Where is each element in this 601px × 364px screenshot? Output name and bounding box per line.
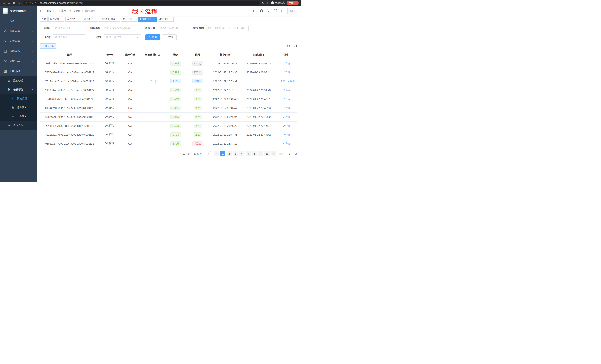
row-submit-time: 2022-01-23 00:06:17: [208, 59, 242, 68]
detail-link[interactable]: 详情: [283, 71, 290, 74]
tab-user-group[interactable]: 用户分组×: [121, 17, 137, 21]
close-icon[interactable]: ×: [77, 18, 80, 20]
close-icon[interactable]: ×: [116, 18, 119, 20]
prev-page-button[interactable]: ‹: [214, 151, 219, 156]
chevron-down-icon: [31, 50, 34, 52]
search-icon[interactable]: [253, 9, 256, 13]
tab-my-process[interactable]: 我的流程×: [138, 17, 157, 21]
sidebar-item-leave-query[interactable]: ♟请假查询: [0, 121, 37, 130]
forward-icon[interactable]: →: [7, 1, 11, 5]
start-date[interactable]: 开始日期: [212, 27, 228, 30]
breadcrumb-workflow[interactable]: 工作流程: [56, 9, 69, 13]
status-tag: 已完成: [170, 70, 181, 75]
browser-home-icon[interactable]: ⌂: [16, 1, 21, 5]
page-button-11[interactable]: 11: [264, 151, 270, 156]
fullscreen-icon[interactable]: [274, 9, 277, 13]
status-select[interactable]: 请选择状态: [53, 34, 85, 40]
page-button-6[interactable]: 6: [252, 151, 257, 156]
sidebar-item-todo-task[interactable]: ◉待办任务: [0, 103, 37, 112]
detail-link[interactable]: 详情: [283, 124, 290, 127]
row-id: 7317cec6-7b9b-11ec-b5b7-acde48001122: [40, 77, 99, 86]
breadcrumb-home[interactable]: 首页: [46, 9, 54, 13]
next-page-button[interactable]: ›: [271, 151, 276, 156]
sidebar-item-workflow[interactable]: ▦工作流程: [0, 66, 37, 76]
goto-page-input[interactable]: [285, 151, 293, 156]
page-button-3[interactable]: 3: [233, 151, 238, 156]
sidebar-item-task-mgmt[interactable]: ⚑任务管理: [0, 85, 37, 94]
row-submit-time: 2022-01-22 23:43:16: [208, 139, 242, 148]
page-button-1[interactable]: 1: [220, 151, 225, 156]
tab-process-form[interactable]: 流程表单×: [82, 17, 98, 21]
row-submit-time: 2022-01-22 23:51:15: [208, 86, 242, 95]
reload-icon[interactable]: ↻: [11, 1, 16, 5]
page-size-select[interactable]: 10条/页: [192, 151, 211, 156]
tab-process-model[interactable]: 流程模型×: [65, 17, 81, 21]
security-label[interactable]: 不安全: [29, 1, 36, 4]
refresh-icon[interactable]: [294, 45, 297, 48]
sidebar-item-done-task[interactable]: ✂已办任务: [0, 112, 37, 121]
page-button-2[interactable]: 2: [227, 151, 232, 156]
page-more-button[interactable]: ···: [258, 151, 263, 156]
tab-home[interactable]: 首页: [40, 17, 48, 21]
sidebar: 芋道管理系统 ⌂首页⚙系统管理¥支付管理▤基础设施⚒研发工具▦工作流程☰流程管理…: [0, 6, 37, 182]
user-menu[interactable]: [288, 8, 298, 14]
table-row: 819442e8-7b9a-11ec-a290-acde48001122OA 请…: [40, 104, 297, 112]
page-button-5[interactable]: 5: [246, 151, 251, 156]
sidebar-item-devtools[interactable]: ⚒研发工具: [0, 56, 37, 66]
process-name-input[interactable]: [53, 25, 83, 31]
back-icon[interactable]: ←: [2, 1, 7, 5]
detail-link[interactable]: 详情: [283, 89, 290, 92]
browser-menu-icon[interactable]: ⋮: [295, 1, 298, 4]
close-icon[interactable]: ×: [152, 18, 155, 20]
start-process-button[interactable]: 发起流程: [40, 43, 56, 49]
font-size-icon[interactable]: TT: [281, 9, 284, 12]
end-date[interactable]: 结束日期: [231, 27, 246, 30]
close-icon[interactable]: ×: [60, 18, 63, 20]
category-select[interactable]: 请选择流程分类: [158, 25, 187, 31]
detail-link[interactable]: 详情: [283, 142, 290, 145]
sidebar-item-payment[interactable]: ¥支付管理: [0, 36, 37, 46]
sidebar-item-home[interactable]: ⌂首页: [0, 16, 37, 26]
toggle-search-icon[interactable]: [287, 45, 290, 48]
close-icon[interactable]: ×: [169, 18, 172, 20]
logo[interactable]: 芋道管理系统: [0, 6, 37, 16]
breadcrumb-task-mgmt[interactable]: 任务管理: [70, 9, 83, 13]
address-bar[interactable]: ⚠ 不安全 | dashboard.yudao.iocoder.cn/bpm/t…: [23, 1, 260, 5]
result-select[interactable]: 请选择流结果: [104, 34, 141, 40]
close-icon[interactable]: ×: [133, 18, 136, 20]
chevron-down-icon: [296, 12, 298, 14]
help-icon[interactable]: ?: [267, 9, 270, 12]
submit-time-range[interactable]: 开始日期 - 结束日期: [206, 25, 249, 31]
task-link[interactable]: 一级审批: [148, 80, 158, 83]
sidebar-item-infrastructure[interactable]: ▤基础设施: [0, 46, 37, 56]
detail-link[interactable]: 详情: [283, 133, 290, 136]
cancel-link[interactable]: 取消: [278, 80, 285, 83]
chevron-down-icon: [137, 36, 139, 38]
tab-process-definition[interactable]: 流程定义×: [49, 17, 64, 21]
chevron-down-icon: [31, 80, 34, 82]
sidebar-item-process-mgmt[interactable]: ☰流程管理: [0, 76, 37, 85]
reset-button[interactable]: 重置: [162, 34, 177, 40]
gear-icon: ⚙: [4, 29, 7, 33]
detail-link[interactable]: 详情: [283, 115, 290, 119]
avatar: [288, 8, 295, 14]
search-button[interactable]: 搜索: [145, 34, 160, 40]
bookmark-star-icon[interactable]: ☆: [267, 1, 269, 5]
owner-process-input[interactable]: [102, 25, 139, 31]
detail-link[interactable]: 详情: [287, 80, 295, 83]
key-icon[interactable]: [261, 1, 264, 4]
sidebar-item-system[interactable]: ⚙系统管理: [0, 26, 37, 36]
detail-link[interactable]: 详情: [283, 62, 290, 65]
sidebar-item-my-process[interactable]: ✉我的流程: [0, 94, 37, 103]
github-icon[interactable]: [260, 9, 263, 13]
update-button[interactable]: 更新 ⋮: [287, 1, 299, 5]
close-icon[interactable]: ×: [94, 18, 97, 20]
hamburger-icon[interactable]: [40, 9, 43, 13]
tab-start-process[interactable]: 发起流程×: [158, 17, 174, 21]
tab-process-form-edit[interactable]: 流程表单-编辑×: [99, 17, 120, 21]
col-status: 状态: [165, 51, 187, 59]
detail-link[interactable]: 详情: [283, 106, 290, 110]
detail-link[interactable]: 详情: [283, 98, 290, 101]
row-end-time: 2022-01-22 23:51:20: [242, 86, 275, 95]
page-button-4[interactable]: 4: [239, 151, 244, 156]
